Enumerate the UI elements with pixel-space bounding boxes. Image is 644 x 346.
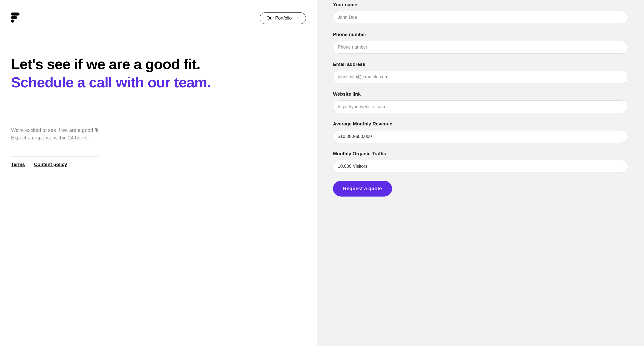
header: Our Portfolio <box>11 11 306 25</box>
hero: Let's see if we are a good fit. Schedule… <box>11 55 306 91</box>
name-input[interactable] <box>333 11 628 24</box>
website-label: Website link <box>333 91 628 97</box>
name-label: Your name <box>333 2 628 8</box>
hero-subtext: We're excited to see if we are a good fi… <box>11 126 116 141</box>
phone-input[interactable] <box>333 41 628 54</box>
svg-rect-0 <box>11 13 20 16</box>
svg-rect-2 <box>11 20 14 23</box>
revenue-select[interactable]: $10,000-$50,000 <box>333 130 628 143</box>
revenue-label: Average Monthly Revenue <box>333 121 628 127</box>
logo-icon <box>11 13 20 24</box>
content-policy-link[interactable]: Content policy <box>34 162 67 167</box>
website-field-group: Website link <box>333 91 628 113</box>
portfolio-button-label: Our Portfolio <box>266 16 292 21</box>
revenue-field-group: Average Monthly Revenue $10,000-$50,000 <box>333 121 628 143</box>
submit-button[interactable]: Request a quote <box>333 181 392 197</box>
traffic-label: Monthly Organic Traffic <box>333 151 628 156</box>
hero-heading: Let's see if we are a good fit. Schedule… <box>11 55 306 91</box>
footer-links: Terms Content policy <box>11 156 306 167</box>
quote-form: Your name Phone number Email address Web… <box>333 0 628 197</box>
email-field-group: Email address <box>333 62 628 83</box>
phone-label: Phone number <box>333 32 628 37</box>
phone-field-group: Phone number <box>333 32 628 54</box>
traffic-field-group: Monthly Organic Traffic 10,000 Visitors <box>333 151 628 173</box>
hero-line1: Let's see if we are a good fit. <box>11 55 306 73</box>
right-panel: Your name Phone number Email address Web… <box>317 0 644 346</box>
email-label: Email address <box>333 62 628 67</box>
email-input[interactable] <box>333 71 628 83</box>
svg-rect-1 <box>11 16 17 19</box>
portfolio-button[interactable]: Our Portfolio <box>260 12 306 24</box>
left-panel: Our Portfolio Let's see if we are a good… <box>0 0 317 346</box>
terms-link[interactable]: Terms <box>11 162 25 167</box>
name-field-group: Your name <box>333 2 628 24</box>
traffic-value: 10,000 Visitors <box>338 164 368 169</box>
traffic-select[interactable]: 10,000 Visitors <box>333 160 628 173</box>
arrow-right-icon <box>295 16 299 20</box>
website-input[interactable] <box>333 100 628 113</box>
hero-line2: Schedule a call with our team. <box>11 73 306 92</box>
revenue-value: $10,000-$50,000 <box>338 134 372 139</box>
footer-divider <box>11 156 99 157</box>
